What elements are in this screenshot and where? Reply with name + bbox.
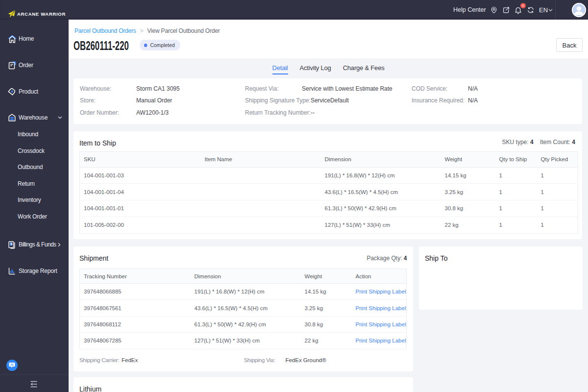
svg-text:$: $ <box>10 242 12 246</box>
